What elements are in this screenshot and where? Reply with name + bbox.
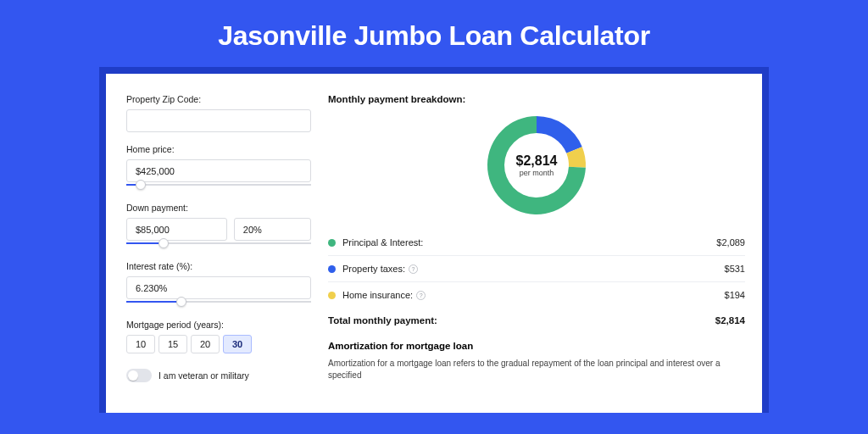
breakdown-title: Monthly payment breakdown: [328,94,745,104]
amort-title: Amortization for mortgage loan [328,341,745,351]
calculator-card: Property Zip Code: Home price: Down paym… [106,74,762,413]
zip-label: Property Zip Code: [126,94,311,104]
price-input[interactable] [126,159,311,182]
veteran-label: I am veteran or military [159,370,249,381]
legend-dot [328,265,336,273]
rate-slider[interactable] [126,301,311,308]
period-btn-30[interactable]: 30 [223,335,252,353]
total-label: Total monthly payment: [328,315,437,326]
total-value: $2,814 [715,315,745,326]
down-slider[interactable] [126,242,311,249]
rate-label: Interest rate (%): [126,261,311,271]
price-label: Home price: [126,144,311,154]
legend-dot [328,292,336,299]
donut-chart: $2,814 per month [328,113,745,218]
legend-dot [328,239,336,247]
legend-row: Principal & Interest: $2,089 [328,230,745,256]
card-outer: Property Zip Code: Home price: Down paym… [99,67,769,413]
legend-label: Principal & Interest: [342,237,716,248]
total-row: Total monthly payment: $2,814 [328,308,745,336]
page-title: Jasonville Jumbo Loan Calculator [0,0,868,67]
donut-value: $2,814 [516,153,558,169]
info-icon[interactable]: ? [416,291,426,300]
period-btn-20[interactable]: 20 [191,335,220,353]
veteran-toggle[interactable] [126,369,152,382]
legend-value: $531 [725,264,745,274]
period-btn-10[interactable]: 10 [126,335,155,353]
period-btn-15[interactable]: 15 [159,335,187,353]
rate-input[interactable] [126,276,311,299]
down-label: Down payment: [126,203,311,213]
period-group: 10152030 [126,335,311,353]
zip-input[interactable] [126,109,311,132]
down-percent-input[interactable] [234,218,311,241]
legend-row: Home insurance:? $194 [328,282,745,308]
price-slider[interactable] [126,184,311,191]
amort-body: Amortization for a mortgage loan refers … [328,358,745,381]
form-panel: Property Zip Code: Home price: Down paym… [106,74,328,413]
legend-label: Home insurance:? [342,290,725,300]
legend-row: Property taxes:? $531 [328,256,745,282]
results-panel: Monthly payment breakdown: $2,814 per mo… [328,74,762,413]
legend-label: Property taxes:? [342,264,725,274]
period-label: Mortgage period (years): [126,320,311,330]
down-amount-input[interactable] [126,218,227,241]
legend-value: $194 [725,290,745,300]
donut-sub: per month [516,169,558,177]
donut-slice [537,116,582,153]
legend-value: $2,089 [716,237,745,248]
legend: Principal & Interest: $2,089 Property ta… [328,230,745,308]
info-icon[interactable]: ? [409,264,418,274]
